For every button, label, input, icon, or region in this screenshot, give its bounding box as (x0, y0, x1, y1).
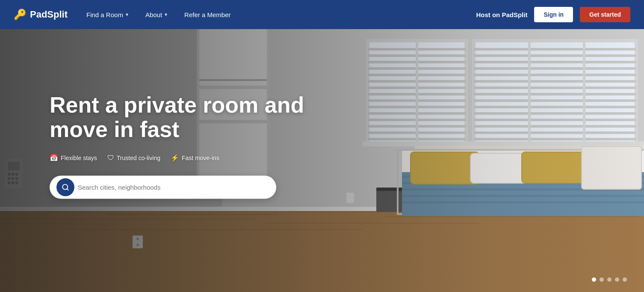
navbar: 🔑 PadSplit Find a Room ▾ About ▾ Refer a… (0, 0, 644, 29)
hero-features: 📅 Flexible stays 🛡 Trusted co-living ⚡ F… (50, 154, 304, 162)
chevron-down-icon: ▾ (165, 12, 167, 18)
host-link[interactable]: Host on PadSplit (476, 11, 527, 18)
carousel-dot-5[interactable] (623, 277, 627, 282)
nav-refer[interactable]: Refer a Member (176, 0, 239, 29)
shield-icon: 🛡 (107, 154, 114, 162)
search-bar (50, 176, 276, 199)
nav-right: Host on PadSplit Sign in Get started (476, 7, 630, 22)
nav-about[interactable]: About ▾ (137, 0, 176, 29)
hero-section: Rent a private room and move in fast 📅 F… (0, 0, 644, 292)
logo-icon: 🔑 (14, 9, 27, 21)
carousel-dot-4[interactable] (615, 277, 619, 282)
search-input[interactable] (78, 184, 273, 191)
calendar-icon: 📅 (50, 154, 58, 162)
nav-find-room[interactable]: Find a Room ▾ (78, 0, 137, 29)
hero-title: Rent a private room and move in fast (50, 93, 304, 142)
feature-fast: ⚡ Fast move-ins (171, 154, 219, 162)
search-button[interactable] (56, 179, 74, 197)
search-icon (62, 184, 69, 191)
svg-line-95 (67, 189, 68, 190)
feature-trusted: 🛡 Trusted co-living (107, 154, 160, 162)
carousel-dot-2[interactable] (600, 277, 604, 282)
carousel-dot-1[interactable] (592, 277, 596, 282)
hero-content: Rent a private room and move in fast 📅 F… (50, 93, 304, 199)
lightning-icon: ⚡ (171, 154, 179, 162)
nav-links: Find a Room ▾ About ▾ Refer a Member (78, 0, 476, 29)
signin-button[interactable]: Sign in (534, 7, 573, 22)
logo[interactable]: 🔑 PadSplit (14, 9, 68, 21)
logo-text: PadSplit (30, 9, 68, 20)
getstarted-button[interactable]: Get started (580, 7, 630, 22)
carousel-dots (592, 277, 627, 282)
carousel-dot-3[interactable] (607, 277, 612, 282)
feature-flexible: 📅 Flexible stays (50, 154, 97, 162)
chevron-down-icon: ▾ (126, 12, 128, 18)
